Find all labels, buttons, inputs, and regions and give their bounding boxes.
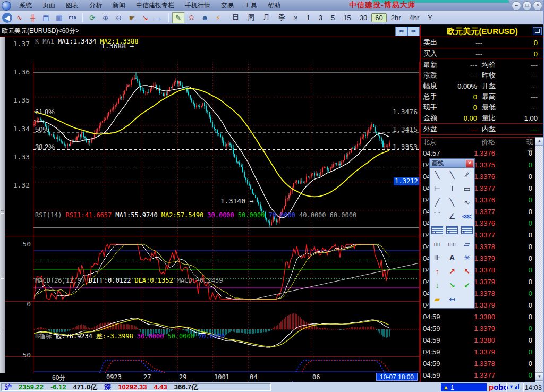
palette-close-icon[interactable]: ✕ xyxy=(466,160,473,167)
zoom-out-icon[interactable]: ⊖ xyxy=(113,12,125,23)
tool-angle-line[interactable]: ∠ xyxy=(445,209,460,223)
back-icon[interactable]: ◀ xyxy=(2,13,12,23)
tool-arrow-nw[interactable]: ↖ xyxy=(460,265,474,278)
page-jump-icon[interactable]: ↘ xyxy=(139,12,151,23)
minimize-button[interactable]: – xyxy=(512,1,521,11)
period-季[interactable]: 季 xyxy=(274,12,290,23)
f10-info-icon[interactable]: F10 xyxy=(66,12,79,23)
tool-cycle-grid[interactable]: ||||| xyxy=(445,237,460,251)
menu-item-帮助[interactable]: 帮助 xyxy=(262,0,286,11)
menu-item-新闻[interactable]: 新闻 xyxy=(107,0,131,11)
tool-vertical-grid[interactable]: |||| xyxy=(430,237,445,251)
period-×[interactable]: × xyxy=(290,13,302,22)
refresh-icon[interactable]: ⟳ xyxy=(86,12,98,23)
period-5[interactable]: 5 xyxy=(327,13,339,22)
tick-row: 04:591.33770 xyxy=(421,369,544,381)
tool-eraser[interactable]: ▰ xyxy=(430,292,445,306)
quote-row: 总手0最高--- xyxy=(421,91,544,102)
price-alarm-icon[interactable]: ⍾ xyxy=(185,12,198,23)
zoom-in-icon[interactable]: ⊕ xyxy=(99,12,112,23)
tool-arc[interactable]: ⌒ xyxy=(430,209,445,223)
news-list-icon[interactable]: ▥ xyxy=(53,12,65,23)
legend-item: 50.0000 xyxy=(238,211,265,219)
tool-text[interactable]: A xyxy=(445,251,460,265)
tool-parallel-line[interactable]: ∕∕ xyxy=(460,168,474,182)
menu-item-分析[interactable]: 分析 xyxy=(84,0,107,11)
menu-item-中信建投专栏[interactable]: 中信建投专栏 xyxy=(131,0,180,11)
period-60[interactable]: 60 xyxy=(371,13,386,22)
quote-label: 卖出 xyxy=(421,38,445,47)
period-2hr[interactable]: 2hr xyxy=(387,13,405,22)
tool-ray[interactable]: ╱ xyxy=(430,195,445,209)
tool-percent-line[interactable]: X xyxy=(445,223,460,237)
system-menu-icon[interactable] xyxy=(2,1,11,11)
menu-item-系统[interactable]: 系统 xyxy=(14,0,37,11)
period-周[interactable]: 周 xyxy=(243,12,259,23)
draw-line-tool-icon[interactable]: ✎ xyxy=(172,12,184,23)
chart-prev-button[interactable]: ⇐ xyxy=(395,27,407,36)
period-15[interactable]: 15 xyxy=(339,13,355,22)
candlestick-chart-icon[interactable]: ╫ xyxy=(27,12,39,23)
tool-gann-line[interactable]: X xyxy=(460,223,474,237)
tool-line-segment[interactable]: ╲ xyxy=(445,168,460,182)
period-4hr[interactable]: 4hr xyxy=(405,13,424,22)
tool-arrow-se[interactable]: ↘ xyxy=(445,278,460,292)
menu-item-手机行情[interactable]: 手机行情 xyxy=(180,0,216,11)
quote-label: 最新 xyxy=(421,60,445,70)
chart-window[interactable]: 欧元美元(EURUSD)<60分> ⇐ ⇒ KMA1MA1:1.3434MA2:… xyxy=(0,25,420,381)
tool-golden-section[interactable]: G xyxy=(430,223,445,237)
period-日[interactable]: 日 xyxy=(228,12,243,23)
quote-row: 涨跌---昨收--- xyxy=(421,70,544,81)
splitter-notch[interactable] xyxy=(1,276,4,279)
panel-restore-icon[interactable] xyxy=(533,27,542,35)
palette-titlebar[interactable]: 画线 ✕ xyxy=(430,159,474,168)
legend-item: DEA:0.1352 xyxy=(134,277,173,284)
splitter-notch[interactable] xyxy=(1,331,4,334)
quote-row: 金额0.00量比1.00 xyxy=(421,113,544,124)
period-月[interactable]: 月 xyxy=(259,12,274,23)
tool-fan-lines[interactable]: ⋘ xyxy=(460,209,474,223)
next-window-icon[interactable]: → xyxy=(152,12,165,23)
menu-item-图表[interactable]: 图表 xyxy=(61,0,84,11)
quick-trade-icon[interactable]: ⚡ xyxy=(212,12,224,23)
tool-arrow-sw[interactable]: ↙ xyxy=(460,278,474,292)
fib-level-label: 61.8% xyxy=(35,108,55,116)
axis-period-label: 60分 xyxy=(52,373,65,382)
line-chart-icon[interactable]: ∿ xyxy=(13,12,26,23)
tool-delete-all[interactable]: ↤ xyxy=(445,292,460,306)
tool-trend-line[interactable]: ╲ xyxy=(430,168,445,182)
user-group-icon[interactable]: ☻ xyxy=(199,12,211,23)
status-clock: 14:03 xyxy=(524,384,542,391)
b-indicator-legend: B指标股:76.9234差:-3.399830.000050.000070.00… xyxy=(35,332,229,341)
tool-segment[interactable]: ╲ xyxy=(445,195,460,209)
period-3[interactable]: 3 xyxy=(314,13,327,22)
close-button[interactable]: × xyxy=(533,1,542,11)
legend-item: 40.0000 xyxy=(299,211,326,219)
tool-horizontal-line[interactable]: ⊢ xyxy=(430,182,445,195)
menu-item-工具[interactable]: 工具 xyxy=(239,0,262,11)
quote-table-icon[interactable]: ▤ xyxy=(40,12,52,23)
tool-arrow-ne[interactable]: ↗ xyxy=(445,265,460,278)
menu-item-交易[interactable]: 交易 xyxy=(216,0,239,11)
tool-rectangle[interactable]: ▭ xyxy=(460,182,474,195)
splitter-notch[interactable] xyxy=(1,210,4,214)
tool-vertical-line[interactable]: Ⅰ xyxy=(445,182,460,195)
tool-period-lines[interactable]: ⊪ xyxy=(430,251,445,265)
alert-badge[interactable]: ▲ 1 xyxy=(441,383,487,391)
quote-value: --- xyxy=(507,82,544,90)
restore-button[interactable]: □ xyxy=(522,1,532,11)
chart-next-button[interactable]: ⇒ xyxy=(407,27,420,36)
legend-item: 70.0000 xyxy=(198,333,225,340)
tool-arrow-up[interactable]: ↑ xyxy=(430,265,445,278)
tool-arrow-down[interactable]: ↓ xyxy=(430,278,445,292)
menu-item-页面[interactable]: 页面 xyxy=(37,0,61,11)
tool-gann-wheel[interactable]: ✳ xyxy=(460,251,474,265)
period-Y[interactable]: Y xyxy=(423,13,437,22)
price-chart-canvas[interactable] xyxy=(0,62,420,392)
tool-wave-line[interactable]: ∿ xyxy=(460,195,474,209)
period-1[interactable]: 1 xyxy=(302,13,314,22)
panel-splitter-gutter[interactable] xyxy=(0,37,5,373)
period-30[interactable]: 30 xyxy=(355,13,371,22)
drag-hand-icon[interactable]: ☛ xyxy=(126,12,138,23)
tool-channel[interactable]: ▱ xyxy=(460,237,474,251)
